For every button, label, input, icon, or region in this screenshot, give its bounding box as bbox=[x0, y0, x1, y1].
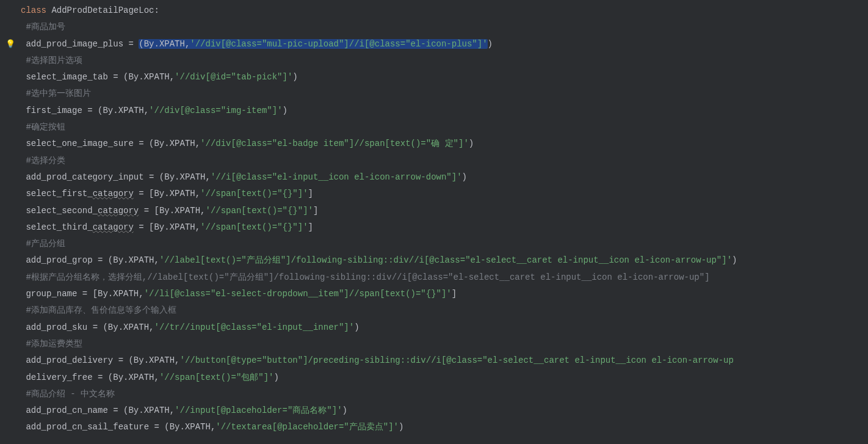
object: By bbox=[98, 289, 108, 299]
code-line[interactable]: #添加商品库存、售价信息等多个输入框 bbox=[0, 302, 868, 319]
dot: . bbox=[118, 322, 123, 332]
object: By bbox=[154, 139, 164, 148]
string: '//div[@class="el-badge item"]//span[tex… bbox=[200, 139, 469, 148]
code-editor[interactable]: class AddProdDetailPageLoc: #商品加号 💡 add_… bbox=[0, 2, 868, 436]
attr: XPATH bbox=[118, 106, 144, 115]
code-line[interactable]: add_prod_cn_name = (By.XPATH,'//input[@p… bbox=[0, 402, 868, 419]
dot: . bbox=[170, 206, 175, 216]
code-line[interactable]: add_prod_sku = (By.XPATH,'//tr//input[@c… bbox=[0, 319, 868, 336]
lightbulb-icon[interactable]: 💡 bbox=[5, 40, 15, 49]
code-line[interactable]: #选择分类 bbox=[0, 153, 868, 169]
comment: #商品介绍 - 中文名称 bbox=[26, 389, 115, 399]
code-line[interactable]: #商品加号 bbox=[0, 19, 868, 35]
code-line[interactable]: group_name = [By.XPATH,'//li[@class="el-… bbox=[0, 286, 868, 302]
object: By bbox=[113, 373, 123, 382]
object: By bbox=[164, 172, 175, 182]
code-line[interactable]: select_second_catagory = [By.XPATH,'//sp… bbox=[0, 203, 868, 219]
attr: XPATH bbox=[144, 72, 170, 82]
code-line[interactable]: 💡 add_prod_image_plus = (By.XPATH,'//div… bbox=[0, 36, 868, 53]
equals: = bbox=[139, 139, 149, 148]
string: '//label[text()="产品分组"]/following-siblin… bbox=[159, 255, 732, 265]
string: '//button[@type="button"]/preceding-sibl… bbox=[180, 355, 734, 365]
equals: = bbox=[128, 39, 139, 49]
comma: , bbox=[206, 172, 211, 182]
string: '//span[text()="包邮"]' bbox=[159, 373, 274, 382]
object: By bbox=[103, 106, 113, 115]
code-line[interactable]: select_first_catagory = [By.XPATH,'//spa… bbox=[0, 186, 868, 202]
variable: select_second_ bbox=[26, 206, 98, 216]
code-line[interactable]: #根据产品分组名称，选择分组,//label[text()="产品分组"]/fo… bbox=[0, 269, 868, 286]
comment: #商品加号 bbox=[26, 22, 65, 32]
variable: add_prod_grop bbox=[26, 255, 98, 265]
variable: add_prod_delivery bbox=[26, 355, 118, 365]
code-line[interactable]: add_prod_delivery = (By.XPATH,'//button[… bbox=[0, 352, 868, 369]
attr: XPATH bbox=[170, 222, 195, 232]
object: By bbox=[134, 355, 144, 365]
dot: . bbox=[144, 355, 149, 365]
object: By bbox=[154, 189, 164, 198]
code-line[interactable]: #产品分组 bbox=[0, 236, 868, 252]
comma: , bbox=[154, 255, 159, 265]
equals: = bbox=[82, 289, 93, 299]
variable: select_third_ bbox=[26, 222, 92, 232]
variable: add_prod_category_input bbox=[26, 172, 149, 182]
code-line[interactable]: #选中第一张图片 bbox=[0, 86, 868, 102]
variable: select_first_ bbox=[26, 189, 92, 198]
code-line[interactable]: #选择图片选项 bbox=[0, 53, 868, 69]
comment: #确定按钮 bbox=[26, 122, 65, 132]
string: '//li[@class="el-select-dropdown__item"]… bbox=[144, 289, 452, 299]
dot: . bbox=[164, 139, 169, 148]
code-line[interactable]: add_prod_grop = (By.XPATH,'//label[text(… bbox=[0, 252, 868, 269]
attr: XPATH bbox=[170, 139, 195, 148]
code-line[interactable]: select_one_image_sure = (By.XPATH,'//div… bbox=[0, 136, 868, 152]
comment: #选择图片选项 bbox=[26, 56, 82, 65]
string: '//input[@placeholder="商品名称"]' bbox=[175, 406, 342, 415]
variable: group_name bbox=[26, 289, 82, 299]
code-line[interactable]: select_image_tab = (By.XPATH,'//div[@id=… bbox=[0, 69, 868, 86]
code-line[interactable]: add_prod_category_input = (By.XPATH,'//i… bbox=[0, 169, 868, 186]
code-line[interactable]: #添加运费类型 bbox=[0, 336, 868, 352]
object: By bbox=[154, 222, 164, 232]
code-line[interactable]: #确定按钮 bbox=[0, 119, 868, 136]
code-line[interactable]: delivery_free = (By.XPATH,'//span[text()… bbox=[0, 369, 868, 386]
string: '//i[@class="el-input__icon el-icon-arro… bbox=[211, 172, 462, 182]
equals: = bbox=[87, 106, 98, 115]
comma: , bbox=[170, 72, 175, 82]
object: By bbox=[128, 72, 139, 82]
string: '//span[text()="{}"]' bbox=[200, 189, 308, 198]
equals: = bbox=[154, 422, 164, 432]
attr: XPATH bbox=[144, 406, 170, 415]
bracket: ] bbox=[452, 289, 457, 299]
paren: ) bbox=[469, 139, 474, 148]
keyword-class: class bbox=[21, 5, 46, 15]
comma: , bbox=[195, 189, 200, 198]
variable: add_prod_cn_name bbox=[26, 406, 113, 415]
equals: = bbox=[98, 373, 108, 382]
code-line[interactable]: #商品介绍 - 中文名称 bbox=[0, 386, 868, 402]
comma: , bbox=[175, 355, 179, 365]
code-line[interactable]: class AddProdDetailPageLoc: bbox=[0, 2, 868, 19]
paren: ( bbox=[108, 373, 113, 382]
dot: . bbox=[108, 289, 113, 299]
paren: ) bbox=[354, 322, 359, 332]
paren: ) bbox=[488, 39, 493, 49]
comma: , bbox=[170, 406, 175, 415]
variable: first_image bbox=[26, 106, 87, 115]
attr: XPATH bbox=[113, 289, 139, 299]
variable-typo: catagory bbox=[98, 206, 139, 216]
colon: : bbox=[154, 5, 159, 15]
code-line[interactable]: add_prod_cn_sail_feature = (By.XPATH,'//… bbox=[0, 419, 868, 435]
code-line[interactable]: select_third_catagory = [By.XPATH,'//spa… bbox=[0, 219, 868, 236]
paren: ( bbox=[103, 322, 107, 332]
code-line[interactable]: first_image = (By.XPATH,'//div[@class="i… bbox=[0, 103, 868, 119]
attr: XPATH bbox=[149, 355, 175, 365]
equals: = bbox=[149, 172, 159, 182]
attr: XPATH bbox=[170, 189, 195, 198]
gutter: 💡 bbox=[0, 36, 21, 53]
paren: ( bbox=[108, 255, 113, 265]
dot: . bbox=[164, 222, 169, 232]
paren: ( bbox=[159, 172, 164, 182]
comma: , bbox=[195, 222, 200, 232]
comma: , bbox=[139, 289, 143, 299]
string: '//span[text()="{}"]' bbox=[206, 206, 313, 216]
